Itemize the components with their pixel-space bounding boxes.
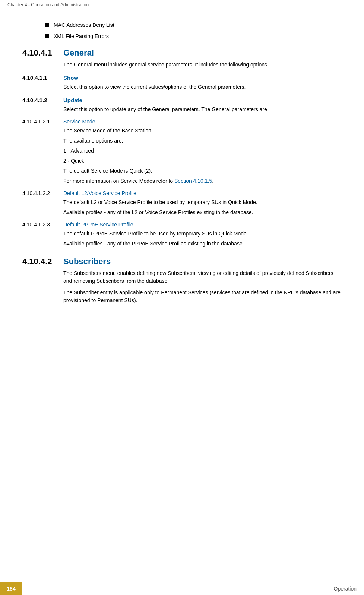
header-text: Chapter 4 - Operation and Administration xyxy=(7,2,89,7)
l2voice-para-0: The default L2 or Voice Service Profile … xyxy=(63,198,342,206)
section-4-10-4-1-2-3-number: 4.10.4.1.2.3 xyxy=(22,222,63,228)
section-4-10-4-2-heading: 4.10.4.2 Subscribers xyxy=(22,257,342,266)
section-4-10-4-1-2-title: Update xyxy=(63,97,82,103)
service-mode-para-5: For more information on Service Modes re… xyxy=(63,177,342,185)
header-bar: Chapter 4 - Operation and Administration xyxy=(0,0,364,9)
section-4-10-4-1-2-3-heading: 4.10.4.1.2.3 Default PPPoE Service Profi… xyxy=(22,222,342,228)
section-4-10-4-1-title: General xyxy=(63,48,94,58)
section-4-10-4-1-2-1-heading: 4.10.4.1.2.1 Service Mode xyxy=(22,119,342,125)
bullet-square-icon-2 xyxy=(45,34,49,38)
section-4-10-4-1-1-heading: 4.10.4.1.1 Show xyxy=(22,75,342,81)
section-4-10-4-1-1-title: Show xyxy=(63,75,78,81)
section-4-10-4-1-2-1-title: Service Mode xyxy=(63,119,95,125)
l2voice-para-1: Available profiles - any of the L2 or Vo… xyxy=(63,209,342,216)
subscribers-para-1: The Subscriber entity is applicable only… xyxy=(63,289,342,304)
footer-right-text: Operation xyxy=(334,586,364,592)
content-area: MAC Addresses Deny List XML File Parsing… xyxy=(0,9,364,582)
section-4-10-4-1-1-number: 4.10.4.1.1 xyxy=(22,75,63,81)
service-mode-para-1: The available options are: xyxy=(63,137,342,145)
service-mode-para-3: 2 - Quick xyxy=(63,157,342,165)
pppoe-para-1: Available profiles - any of the PPPoE Se… xyxy=(63,240,342,248)
section-4-10-4-1-number: 4.10.4.1 xyxy=(22,48,63,58)
section-4-10-4-1-2-2-heading: 4.10.4.1.2.2 Default L2/Voice Service Pr… xyxy=(22,190,342,196)
section-4-10-4-1-2-1-number: 4.10.4.1.2.1 xyxy=(22,119,63,125)
bullet-mac-text: MAC Addresses Deny List xyxy=(54,22,114,28)
service-mode-para-0: The Service Mode of the Base Station. xyxy=(63,127,342,135)
bullet-item-xml: XML File Parsing Errors xyxy=(45,33,342,39)
footer: 184 Operation xyxy=(0,582,364,595)
section-4-10-4-1-2-3-title: Default PPPoE Service Profile xyxy=(63,222,133,228)
bullet-square-icon xyxy=(45,23,49,27)
section-4-10-4-1-heading: 4.10.4.1 General xyxy=(22,48,342,58)
bullet-xml-text: XML File Parsing Errors xyxy=(54,33,109,39)
service-mode-para-4: The default Service Mode is Quick (2). xyxy=(63,167,342,175)
section-4-10-4-2-number: 4.10.4.2 xyxy=(22,257,63,266)
section-4-10-4-2-title: Subscribers xyxy=(63,257,111,266)
service-mode-link[interactable]: Section 4.10.1.5 xyxy=(174,178,212,184)
service-mode-para-2: 1 - Advanced xyxy=(63,147,342,155)
section-4-10-4-1-2-2-number: 4.10.4.1.2.2 xyxy=(22,190,63,196)
section-4-10-4-1-2-number: 4.10.4.1.2 xyxy=(22,97,63,103)
section-4-10-4-1-2-heading: 4.10.4.1.2 Update xyxy=(22,97,342,103)
section-4-10-4-1-2-body: Select this option to update any of the … xyxy=(63,106,342,113)
bullet-item-mac: MAC Addresses Deny List xyxy=(45,22,342,28)
page-number: 184 xyxy=(0,582,22,595)
section-4-10-4-1-2-2-title: Default L2/Voice Service Profile xyxy=(63,190,136,196)
page-wrapper: Chapter 4 - Operation and Administration… xyxy=(0,0,364,595)
section-4-10-4-1-1-body: Select this option to view the current v… xyxy=(63,83,342,91)
section-4-10-4-1-body: The General menu includes general servic… xyxy=(63,61,342,69)
subscribers-para-0: The Subscribers menu enables defining ne… xyxy=(63,269,342,285)
pppoe-para-0: The default PPPoE Service Profile to be … xyxy=(63,230,342,238)
